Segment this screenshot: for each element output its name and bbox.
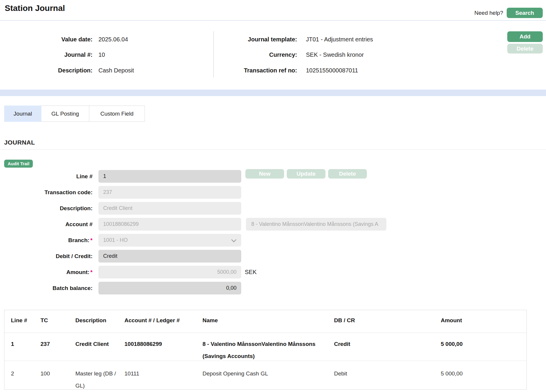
row2-tc: 100 <box>40 361 75 392</box>
required-asterisk: * <box>90 269 93 275</box>
row2-dbcr: Debit <box>334 361 441 392</box>
account-name-field: 8 - Valentino MånssonValentino Månssons … <box>246 218 386 231</box>
col-account-ledger: Account # / Ledger # <box>124 310 202 333</box>
debit-credit-input[interactable]: Credit <box>98 250 241 263</box>
transaction-ref-label: Transaction ref no: <box>207 64 297 77</box>
account-no-label: Account # <box>0 218 93 231</box>
delete-line-button[interactable]: Delete <box>328 169 367 179</box>
transaction-code-label: Transaction code: <box>0 186 93 199</box>
amount-input: 5000,00 <box>98 266 241 278</box>
info-row-description: Description: Cash Deposit Transaction re… <box>0 64 546 77</box>
line-description-label: Description: <box>0 202 93 215</box>
transaction-ref-value: 1025155000087011 <box>306 64 358 77</box>
row2-amount: 5 000,00 <box>441 361 519 392</box>
row2-description: Master leg (DB / GL) <box>75 361 124 392</box>
info-row-journal-no: Journal #: 10 Currency: SEK - Swedish kr… <box>0 48 546 61</box>
journal-no-value: 10 <box>98 48 105 61</box>
amount-label: Amount:* <box>0 266 93 278</box>
row2-account: 10111 <box>124 361 202 392</box>
col-name: Name <box>202 310 334 333</box>
row1-name: 8 - Valentino MånssonValentino Månssons … <box>202 333 334 362</box>
new-button[interactable]: New <box>245 169 284 179</box>
description-label: Description: <box>0 64 93 77</box>
description-value: Cash Deposit <box>98 64 134 77</box>
journal-section-divider <box>0 149 546 150</box>
row1-account: 100188086299 <box>124 333 202 362</box>
table-row[interactable]: 2 100 Master leg (DB / GL) 10111 Deposit… <box>4 361 526 389</box>
value-date-label: Value date: <box>0 33 93 46</box>
table-row[interactable]: 1 237 Credit Client 100188086299 8 - Val… <box>4 333 526 361</box>
row1-dbcr: Credit <box>334 333 441 362</box>
info-column-divider <box>213 31 214 77</box>
currency-suffix: SEK <box>245 266 257 278</box>
form-row-branch: Branch:* 1001 - HO <box>0 234 546 247</box>
table-header-row: Line # TC Description Account # / Ledger… <box>4 310 526 333</box>
need-help-link[interactable]: Need help? <box>472 8 503 18</box>
tab-gl-posting[interactable]: GL Posting <box>41 106 89 122</box>
page-title: Station Journal <box>5 4 65 13</box>
currency-value: SEK - Swedish kronor <box>306 48 364 61</box>
row1-description: Credit Client <box>75 333 124 362</box>
line-description-input: Credit Client <box>98 202 241 215</box>
search-button[interactable]: Search <box>507 8 543 18</box>
header-divider <box>0 20 546 21</box>
info-row-value-date: Value date: 2025.06.04 Journal template:… <box>0 33 546 46</box>
tab-journal[interactable]: Journal <box>4 106 41 122</box>
col-db-cr: DB / CR <box>334 310 441 333</box>
currency-label: Currency: <box>207 48 297 61</box>
form-row-account-no: Account # 100188086299 8 - Valentino Mån… <box>0 218 546 231</box>
form-row-batch-balance: Batch balance: 0,00 <box>0 282 546 294</box>
form-row-amount: Amount:* 5000,00 SEK <box>0 266 546 278</box>
account-no-input: 100188086299 <box>98 218 241 231</box>
row1-amount: 5 000,00 <box>441 333 519 362</box>
form-button-row: New Update Delete <box>0 169 546 179</box>
batch-balance-label: Batch balance: <box>0 282 93 294</box>
form-row-line-description: Description: Credit Client <box>0 202 546 215</box>
journal-no-label: Journal #: <box>0 48 93 61</box>
audit-trail-badge[interactable]: Audit Trail <box>4 160 33 168</box>
journal-section-title: JOURNAL <box>4 139 35 146</box>
transaction-code-input: 237 <box>98 186 241 199</box>
col-description: Description <box>75 310 124 333</box>
journal-lines-table: Line # TC Description Account # / Ledger… <box>4 310 527 390</box>
tab-custom-field[interactable]: Custom Field <box>89 106 145 122</box>
col-line-no: Line # <box>11 310 40 333</box>
row1-tc: 237 <box>40 333 75 362</box>
value-date-value: 2025.06.04 <box>98 33 128 46</box>
section-band <box>0 90 546 96</box>
branch-label: Branch:* <box>0 234 93 247</box>
required-asterisk: * <box>90 237 93 243</box>
update-button[interactable]: Update <box>287 169 325 179</box>
form-row-debit-credit: Debit / Credit: Credit <box>0 250 546 263</box>
row1-line: 1 <box>11 333 40 362</box>
branch-select[interactable]: 1001 - HO <box>98 234 241 247</box>
row2-name: Deposit Opening Cash GL <box>202 361 334 392</box>
row2-line: 2 <box>11 361 40 392</box>
col-amount: Amount <box>441 310 519 333</box>
add-button[interactable]: Add <box>507 31 543 42</box>
tab-bar: Journal GL Posting Custom Field <box>4 106 145 122</box>
journal-template-value: JT01 - Adjustment entries <box>306 33 373 46</box>
batch-balance-input[interactable]: 0,00 <box>98 282 241 294</box>
col-tc: TC <box>40 310 75 333</box>
delete-button[interactable]: Delete <box>507 44 543 54</box>
journal-template-label: Journal template: <box>207 33 297 46</box>
debit-credit-label: Debit / Credit: <box>0 250 93 263</box>
form-row-transaction-code: Transaction code: 237 <box>0 186 546 199</box>
